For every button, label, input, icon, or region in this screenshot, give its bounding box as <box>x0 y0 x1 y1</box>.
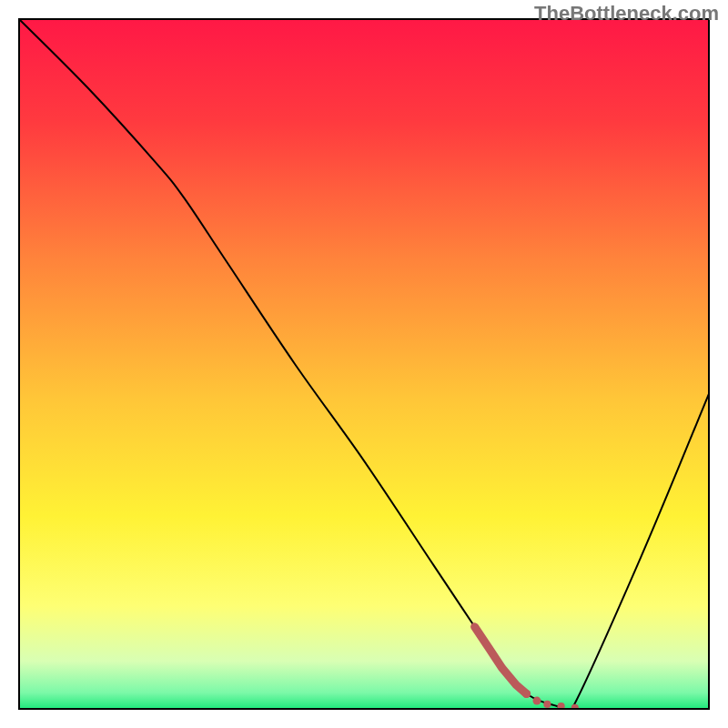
watermark-text: TheBottleneck.com <box>534 2 719 25</box>
plot-area <box>18 18 710 710</box>
bottleneck-chart: TheBottleneck.com <box>0 0 728 728</box>
svg-point-1 <box>533 697 541 705</box>
svg-point-2 <box>543 701 551 708</box>
svg-point-0 <box>522 690 531 698</box>
chart-svg <box>18 18 710 710</box>
heat-gradient-bg <box>18 18 710 710</box>
